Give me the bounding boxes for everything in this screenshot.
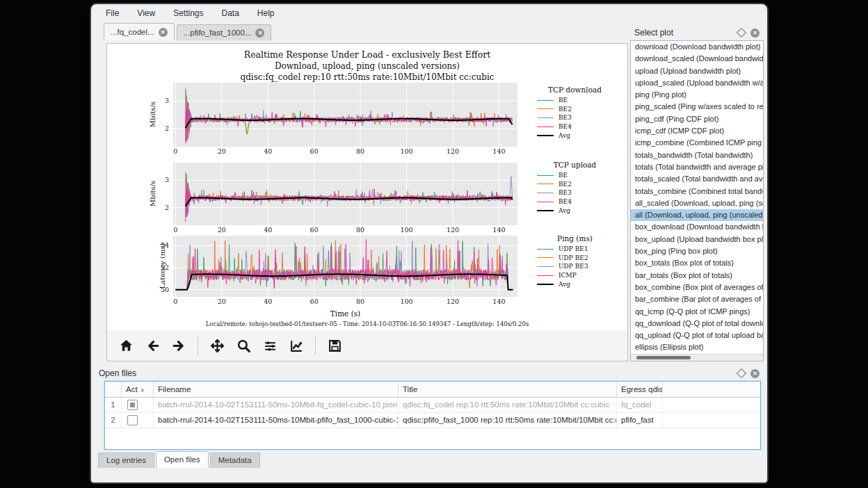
legend-entry: BE: [524, 171, 625, 180]
toolbar-separator: [198, 336, 198, 355]
legend-line-swatch: [537, 266, 554, 267]
checkbox-checked[interactable]: [127, 400, 138, 410]
zoom-icon: [236, 339, 251, 353]
plot-list-item-2[interactable]: upload (Upload bandwidth plot): [631, 65, 763, 77]
zoom-button[interactable]: [233, 335, 254, 356]
plot-list-item-6[interactable]: ping_cdf (Ping CDF plot): [631, 113, 763, 125]
x-tick-label: 60: [304, 147, 325, 155]
egress-qdisc-cell[interactable]: fq_codel: [617, 398, 663, 413]
dock-close-icon[interactable]: ✕: [750, 369, 760, 378]
menu-item-settings[interactable]: Settings: [173, 8, 203, 18]
menu-item-data[interactable]: Data: [222, 8, 239, 18]
plot-list: download (Download bandwidth plot)downlo…: [630, 40, 764, 361]
tab-close-icon[interactable]: ✕: [159, 28, 168, 37]
plot-tab-0[interactable]: ...fq_codel...✕: [104, 23, 175, 40]
figure-title-line-1: Realtime Response Under Load - exclusive…: [107, 49, 627, 60]
legend-entry: BE4: [524, 197, 625, 206]
filename-cell[interactable]: batch-rrul-2014-10-02T153111-50ms-10Mbit…: [154, 398, 399, 413]
title-cell[interactable]: qdisc:pfifo_fast_1000 rep:10 rtt:50ms ra…: [399, 413, 617, 428]
legend-entry-label: Avg: [558, 207, 570, 214]
plot-list-item-0[interactable]: download (Download bandwidth plot): [631, 41, 763, 53]
legend-line-swatch: [537, 193, 554, 193]
horizontal-scrollbar[interactable]: [631, 354, 763, 361]
row-spacer: [663, 398, 760, 413]
egress-qdisc-cell[interactable]: pfifo_fast: [617, 413, 663, 428]
plot-list-item-16[interactable]: box_upload (Upload bandwidth box plot): [631, 234, 763, 245]
x-tick-label: 140: [488, 226, 509, 234]
plot-list-item-14[interactable]: all (Download, upload, ping (unscaled ve…: [631, 209, 763, 221]
menu-item-view[interactable]: View: [137, 8, 155, 18]
bottom-tab-bar: Log entriesOpen filesMetadata: [98, 451, 260, 468]
legend-entry-label: BE3: [558, 114, 572, 121]
plot-canvas[interactable]: Realtime Response Under Load - exclusive…: [107, 44, 627, 330]
bottom-tab-metadata[interactable]: Metadata: [210, 453, 260, 468]
menu-item-help[interactable]: Help: [257, 8, 275, 18]
plot-list-item-23[interactable]: qq_download (Q-Q plot of total download …: [631, 318, 763, 330]
plot-list-item-1[interactable]: download_scaled (Download bandwidth w/ax…: [631, 53, 763, 65]
legend-title: TCP upload: [524, 161, 625, 169]
plot-list-item-10[interactable]: totals (Total bandwidth and average ping…: [631, 161, 763, 173]
plot-list-item-18[interactable]: box_totals (Box plot of totals): [631, 257, 763, 269]
plot-list-item-5[interactable]: ping_scaled (Ping w/axes scaled to remov…: [631, 101, 763, 113]
column-header-filename[interactable]: Filename: [154, 382, 399, 398]
plot-list-item-4[interactable]: ping (Ping plot): [631, 89, 763, 101]
plot-tab-1[interactable]: ...pfifo_fast_1000...✕: [177, 24, 272, 40]
figure-options-button[interactable]: [286, 335, 307, 356]
plot-list-item-3[interactable]: upload_scaled (Upload bandwidth w/axes s…: [631, 77, 763, 89]
legend-line-swatch: [537, 210, 554, 211]
subplot-ping-ms-[interactable]: 020406080100120140: [173, 236, 517, 307]
dock-float-icon[interactable]: [737, 368, 746, 378]
column-header-title[interactable]: Title: [399, 382, 617, 398]
dock-float-icon[interactable]: [737, 28, 746, 38]
subplot-tcp-download[interactable]: 020406080100120140: [173, 83, 517, 156]
pan-button[interactable]: [207, 335, 227, 356]
tab-close-icon[interactable]: ✕: [255, 29, 264, 38]
plot-list-item-15[interactable]: box_download (Download bandwidth box plo…: [631, 221, 763, 233]
bottom-tab-open-files[interactable]: Open files: [156, 451, 209, 468]
plot-list-item-22[interactable]: qq_icmp (Q-Q plot of ICMP pings): [631, 306, 763, 318]
legend-entry: BE: [524, 96, 625, 105]
column-header-act[interactable]: Act∧: [122, 382, 154, 398]
plot-list-item-19[interactable]: bar_totals (Box plot of totals): [631, 270, 763, 282]
plot-list-item-17[interactable]: box_ping (Ping box plot): [631, 245, 763, 257]
legend-0: TCP downloadBEBE2BE3BE4Avg: [524, 86, 625, 140]
plot-list-item-24[interactable]: qq_upload (Q-Q plot of total upload band…: [631, 330, 763, 341]
filename-cell[interactable]: batch-rrul-2014-10-02T153111-50ms-10Mbit…: [154, 413, 399, 428]
back-button[interactable]: [142, 335, 163, 356]
subplot-tcp-upload[interactable]: 020406080100120140: [173, 163, 517, 235]
act-header-label: Act: [126, 385, 138, 393]
legend-entry-label: BE4: [558, 123, 572, 130]
plot-list-item-21[interactable]: bar_combine (Bar plot of averages of sev…: [631, 293, 763, 305]
legend-entry: BE4: [524, 122, 625, 131]
forward-button[interactable]: [168, 335, 189, 356]
desktop-background: FileViewSettingsDataHelp ...fq_codel...✕…: [0, 0, 868, 488]
checkbox-unchecked[interactable]: [127, 415, 138, 425]
x-tick-label: 120: [442, 298, 463, 305]
column-header-egress-qdisc[interactable]: Egress qdisc: [617, 382, 663, 398]
title-cell[interactable]: qdisc:fq_codel rep:10 rtt:50ms rate:10Mb…: [399, 398, 617, 413]
plot-list-item-12[interactable]: totals_combine (Combined total bandwidth…: [631, 186, 763, 197]
plot-list-item-8[interactable]: icmp_combine (Combined ICMP ping plot): [631, 137, 763, 149]
x-tick-label: 20: [211, 298, 232, 305]
x-tick-label: 100: [396, 147, 417, 155]
save-button[interactable]: [324, 335, 345, 356]
x-tick-label: 60: [304, 298, 325, 305]
home-button[interactable]: [115, 335, 136, 356]
plot-list-item-20[interactable]: box_combine (Box plot of averages of sev…: [631, 282, 763, 293]
select-plot-header: Select plot ✕: [630, 25, 764, 40]
configure-subplots-button[interactable]: [259, 335, 280, 356]
legend-entry: UDP BE3: [524, 262, 625, 271]
scrollbar-handle[interactable]: [636, 356, 691, 359]
plot-list-item-11[interactable]: totals_scaled (Total bandwidth and avera…: [631, 173, 763, 185]
act-cell: [122, 398, 154, 413]
plot-tab-label: ...pfifo_fast_1000...: [184, 29, 252, 37]
plot-list-item-25[interactable]: ellipsis (Ellipsis plot): [631, 341, 763, 353]
bottom-tab-log-entries[interactable]: Log entries: [98, 453, 154, 468]
plot-list-item-13[interactable]: all_scaled (Download, upload, ping (scal…: [631, 197, 763, 209]
menu-item-file[interactable]: File: [106, 8, 119, 18]
x-tick-label: 20: [211, 147, 232, 155]
plot-list-item-9[interactable]: totals_bandwidth (Total bandwidth): [631, 149, 763, 161]
x-tick-label: 140: [488, 298, 509, 305]
plot-list-item-7[interactable]: icmp_cdf (ICMP CDF plot): [631, 125, 763, 137]
dock-close-icon[interactable]: ✕: [750, 29, 760, 38]
